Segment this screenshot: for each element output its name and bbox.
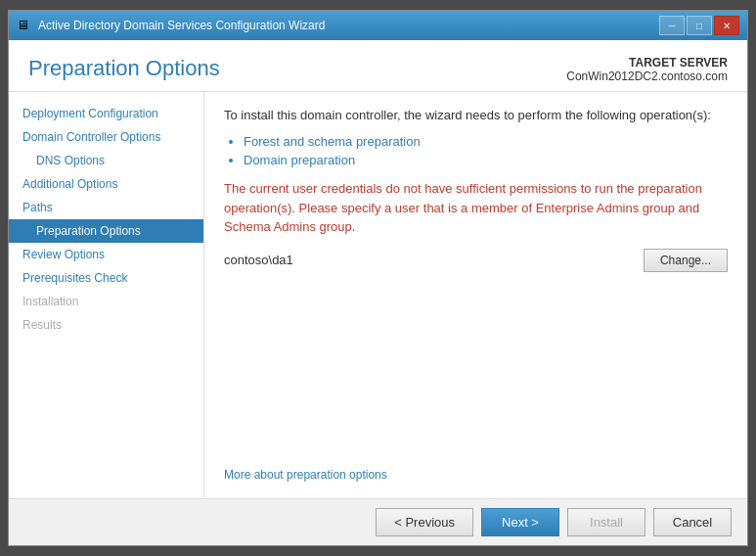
bullet-item-domain: Domain preparation [244,153,728,167]
previous-button[interactable]: < Previous [376,508,473,536]
more-about-link[interactable]: More about preparation options [224,468,728,482]
sidebar: Deployment Configuration Domain Controll… [9,92,204,498]
install-button[interactable]: Install [567,508,645,536]
warning-text: The current user credentials do not have… [224,179,728,237]
window-icon: 🖥 [17,18,32,33]
main-content: Deployment Configuration Domain Controll… [9,92,747,498]
page-header: Preparation Options TARGET SERVER ConWin… [9,40,747,92]
target-server-name: ConWin2012DC2.contoso.com [566,70,728,83]
credentials-value: contoso\da1 [224,253,634,267]
title-bar-left: 🖥 Active Directory Domain Services Confi… [17,18,325,33]
sidebar-item-domain-controller-options[interactable]: Domain Controller Options [9,125,203,149]
sidebar-item-prerequisites-check[interactable]: Prerequisites Check [9,266,203,290]
footer: < Previous Next > Install Cancel [9,498,747,545]
next-button[interactable]: Next > [481,508,559,536]
close-button[interactable]: ✕ [714,16,739,35]
credentials-row: contoso\da1 Change... [224,249,728,272]
title-bar-buttons: ─ □ ✕ [659,16,739,35]
minimize-button[interactable]: ─ [659,16,685,35]
link-area: More about preparation options [224,468,728,482]
target-server-label: TARGET SERVER [629,56,728,70]
bullet-item-forest: Forest and schema preparation [244,134,728,149]
change-button[interactable]: Change... [644,249,728,272]
right-panel: To install this domain controller, the w… [204,92,747,498]
sidebar-item-review-options[interactable]: Review Options [9,243,203,266]
page-title: Preparation Options [28,56,220,81]
main-window: 🖥 Active Directory Domain Services Confi… [8,10,748,546]
sidebar-item-additional-options[interactable]: Additional Options [9,172,203,196]
target-server-info: TARGET SERVER ConWin2012DC2.contoso.com [566,56,728,83]
restore-button[interactable]: □ [687,16,712,35]
window-title: Active Directory Domain Services Configu… [38,19,325,32]
bullet-list: Forest and schema preparation Domain pre… [244,134,728,167]
sidebar-item-paths[interactable]: Paths [9,196,203,219]
title-bar: 🖥 Active Directory Domain Services Confi… [9,11,747,40]
sidebar-item-dns-options[interactable]: DNS Options [9,149,203,172]
sidebar-item-preparation-options[interactable]: Preparation Options [9,219,203,243]
sidebar-item-results: Results [9,313,203,337]
sidebar-item-installation: Installation [9,290,203,313]
cancel-button[interactable]: Cancel [653,508,732,536]
sidebar-item-deployment-configuration[interactable]: Deployment Configuration [9,102,203,125]
content-area: Preparation Options TARGET SERVER ConWin… [9,40,747,498]
info-text: To install this domain controller, the w… [224,108,728,122]
